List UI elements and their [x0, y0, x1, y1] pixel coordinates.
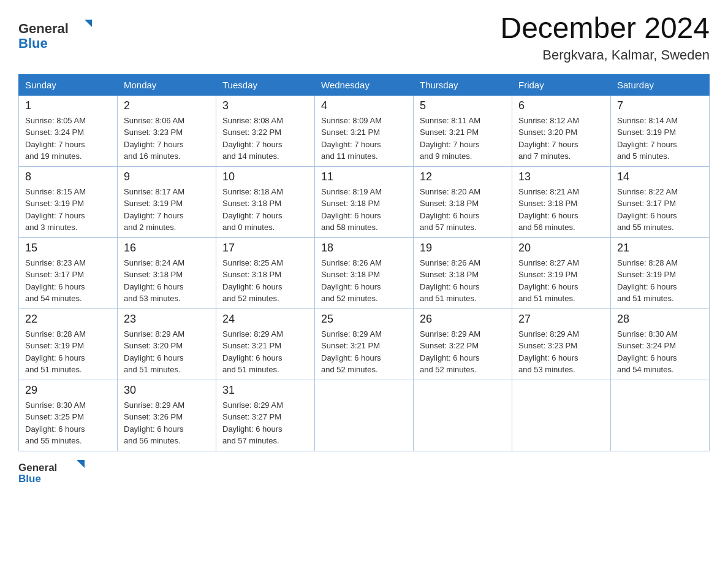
- day-info: Sunrise: 8:28 AMSunset: 3:19 PMDaylight:…: [617, 258, 678, 304]
- col-thursday: Thursday: [414, 74, 512, 95]
- col-sunday: Sunday: [19, 74, 118, 95]
- day-number: 26: [420, 313, 506, 326]
- col-tuesday: Tuesday: [216, 74, 315, 95]
- day-info: Sunrise: 8:18 AMSunset: 3:18 PMDaylight:…: [222, 187, 283, 232]
- day-number: 3: [222, 99, 308, 112]
- day-number: 12: [420, 170, 506, 183]
- svg-marker-1: [85, 20, 92, 28]
- page-header: General Blue December 2024 Bergkvara, Ka…: [18, 12, 710, 63]
- day-info: Sunrise: 8:06 AMSunset: 3:23 PMDaylight:…: [124, 116, 184, 161]
- day-number: 8: [25, 170, 111, 183]
- calendar-cell-w1-d6: 6 Sunrise: 8:12 AMSunset: 3:20 PMDayligh…: [512, 95, 611, 166]
- calendar-cell-w5-d1: 29 Sunrise: 8:30 AMSunset: 3:25 PMDaylig…: [19, 380, 118, 451]
- calendar-cell-w5-d6: [512, 380, 611, 451]
- col-monday: Monday: [118, 74, 216, 95]
- calendar-cell-w1-d3: 3 Sunrise: 8:08 AMSunset: 3:22 PMDayligh…: [216, 95, 315, 166]
- calendar-cell-w5-d5: [414, 380, 512, 451]
- day-number: 4: [321, 99, 407, 112]
- week-row-4: 22 Sunrise: 8:28 AMSunset: 3:19 PMDaylig…: [19, 308, 710, 380]
- col-wednesday: Wednesday: [315, 74, 414, 95]
- day-info: Sunrise: 8:29 AMSunset: 3:21 PMDaylight:…: [321, 329, 382, 375]
- week-row-5: 29 Sunrise: 8:30 AMSunset: 3:25 PMDaylig…: [19, 380, 710, 451]
- day-number: 21: [617, 242, 703, 255]
- calendar-cell-w3-d3: 17 Sunrise: 8:25 AMSunset: 3:18 PMDaylig…: [216, 237, 315, 308]
- day-info: Sunrise: 8:29 AMSunset: 3:27 PMDaylight:…: [222, 400, 283, 446]
- day-info: Sunrise: 8:11 AMSunset: 3:21 PMDaylight:…: [420, 116, 480, 161]
- day-info: Sunrise: 8:25 AMSunset: 3:18 PMDaylight:…: [222, 258, 283, 304]
- day-number: 30: [124, 384, 210, 397]
- day-number: 24: [222, 313, 308, 326]
- day-info: Sunrise: 8:17 AMSunset: 3:19 PMDaylight:…: [124, 187, 184, 232]
- day-number: 23: [124, 313, 210, 326]
- logo: General Blue: [18, 12, 92, 50]
- day-number: 29: [25, 384, 111, 397]
- col-friday: Friday: [512, 74, 611, 95]
- day-info: Sunrise: 8:28 AMSunset: 3:19 PMDaylight:…: [25, 329, 86, 375]
- day-info: Sunrise: 8:29 AMSunset: 3:20 PMDaylight:…: [124, 329, 184, 375]
- calendar-cell-w2-d3: 10 Sunrise: 8:18 AMSunset: 3:18 PMDaylig…: [216, 166, 315, 237]
- day-info: Sunrise: 8:14 AMSunset: 3:19 PMDaylight:…: [617, 116, 678, 161]
- svg-text:General: General: [18, 21, 69, 36]
- calendar-header-row: Sunday Monday Tuesday Wednesday Thursday…: [19, 74, 710, 95]
- day-number: 28: [617, 313, 703, 326]
- day-number: 18: [321, 242, 407, 255]
- calendar-cell-w2-d4: 11 Sunrise: 8:19 AMSunset: 3:18 PMDaylig…: [315, 166, 414, 237]
- day-info: Sunrise: 8:15 AMSunset: 3:19 PMDaylight:…: [25, 187, 86, 232]
- day-info: Sunrise: 8:09 AMSunset: 3:21 PMDaylight:…: [321, 116, 382, 161]
- day-info: Sunrise: 8:20 AMSunset: 3:18 PMDaylight:…: [420, 187, 480, 232]
- svg-text:General: General: [18, 462, 57, 473]
- day-number: 17: [222, 242, 308, 255]
- logo-footer: General Blue: [18, 458, 710, 484]
- day-number: 31: [222, 384, 308, 397]
- day-info: Sunrise: 8:05 AMSunset: 3:24 PMDaylight:…: [25, 116, 86, 161]
- calendar-cell-w4-d7: 28 Sunrise: 8:30 AMSunset: 3:24 PMDaylig…: [611, 308, 710, 380]
- day-number: 13: [518, 170, 604, 183]
- week-row-2: 8 Sunrise: 8:15 AMSunset: 3:19 PMDayligh…: [19, 166, 710, 237]
- week-row-1: 1 Sunrise: 8:05 AMSunset: 3:24 PMDayligh…: [19, 95, 710, 166]
- location: Bergkvara, Kalmar, Sweden: [500, 47, 710, 63]
- day-number: 5: [420, 99, 506, 112]
- calendar-cell-w5-d3: 31 Sunrise: 8:29 AMSunset: 3:27 PMDaylig…: [216, 380, 315, 451]
- calendar-cell-w4-d6: 27 Sunrise: 8:29 AMSunset: 3:23 PMDaylig…: [512, 308, 611, 380]
- calendar-cell-w3-d4: 18 Sunrise: 8:26 AMSunset: 3:18 PMDaylig…: [315, 237, 414, 308]
- day-info: Sunrise: 8:29 AMSunset: 3:26 PMDaylight:…: [124, 400, 184, 446]
- day-number: 27: [518, 313, 604, 326]
- month-title: December 2024: [500, 12, 710, 45]
- day-info: Sunrise: 8:22 AMSunset: 3:17 PMDaylight:…: [617, 187, 678, 232]
- day-number: 2: [124, 99, 210, 112]
- calendar-cell-w2-d7: 14 Sunrise: 8:22 AMSunset: 3:17 PMDaylig…: [611, 166, 710, 237]
- calendar-body: 1 Sunrise: 8:05 AMSunset: 3:24 PMDayligh…: [19, 95, 710, 451]
- week-row-3: 15 Sunrise: 8:23 AMSunset: 3:17 PMDaylig…: [19, 237, 710, 308]
- calendar-cell-w2-d6: 13 Sunrise: 8:21 AMSunset: 3:18 PMDaylig…: [512, 166, 611, 237]
- day-info: Sunrise: 8:08 AMSunset: 3:22 PMDaylight:…: [222, 116, 283, 161]
- day-number: 7: [617, 99, 703, 112]
- day-number: 11: [321, 170, 407, 183]
- calendar-cell-w3-d6: 20 Sunrise: 8:27 AMSunset: 3:19 PMDaylig…: [512, 237, 611, 308]
- calendar-cell-w1-d2: 2 Sunrise: 8:06 AMSunset: 3:23 PMDayligh…: [118, 95, 216, 166]
- day-number: 22: [25, 313, 111, 326]
- calendar-cell-w5-d4: [315, 380, 414, 451]
- day-number: 9: [124, 170, 210, 183]
- calendar-cell-w4-d2: 23 Sunrise: 8:29 AMSunset: 3:20 PMDaylig…: [118, 308, 216, 380]
- calendar-cell-w2-d5: 12 Sunrise: 8:20 AMSunset: 3:18 PMDaylig…: [414, 166, 512, 237]
- day-info: Sunrise: 8:30 AMSunset: 3:24 PMDaylight:…: [617, 329, 678, 375]
- calendar-cell-w3-d7: 21 Sunrise: 8:28 AMSunset: 3:19 PMDaylig…: [611, 237, 710, 308]
- day-number: 19: [420, 242, 506, 255]
- calendar-table: Sunday Monday Tuesday Wednesday Thursday…: [18, 74, 710, 451]
- calendar-cell-w5-d2: 30 Sunrise: 8:29 AMSunset: 3:26 PMDaylig…: [118, 380, 216, 451]
- day-number: 6: [518, 99, 604, 112]
- col-saturday: Saturday: [611, 74, 710, 95]
- day-info: Sunrise: 8:12 AMSunset: 3:20 PMDaylight:…: [518, 116, 579, 161]
- svg-marker-4: [77, 460, 85, 468]
- calendar-cell-w4-d1: 22 Sunrise: 8:28 AMSunset: 3:19 PMDaylig…: [19, 308, 118, 380]
- day-info: Sunrise: 8:29 AMSunset: 3:23 PMDaylight:…: [518, 329, 579, 375]
- day-number: 10: [222, 170, 308, 183]
- calendar-cell-w1-d4: 4 Sunrise: 8:09 AMSunset: 3:21 PMDayligh…: [315, 95, 414, 166]
- calendar-cell-w4-d5: 26 Sunrise: 8:29 AMSunset: 3:22 PMDaylig…: [414, 308, 512, 380]
- day-number: 15: [25, 242, 111, 255]
- day-info: Sunrise: 8:24 AMSunset: 3:18 PMDaylight:…: [124, 258, 184, 304]
- calendar-cell-w1-d5: 5 Sunrise: 8:11 AMSunset: 3:21 PMDayligh…: [414, 95, 512, 166]
- day-info: Sunrise: 8:30 AMSunset: 3:25 PMDaylight:…: [25, 400, 86, 446]
- day-number: 25: [321, 313, 407, 326]
- footer-logo: General Blue: [18, 458, 86, 484]
